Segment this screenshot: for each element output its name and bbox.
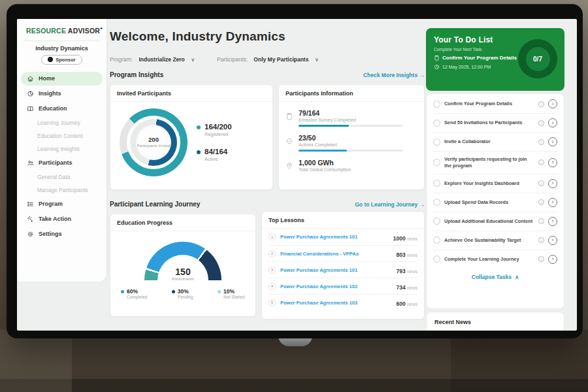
chevron-right-button[interactable]: › (548, 118, 557, 127)
task-checkbox[interactable] (433, 199, 440, 206)
lesson-row: 4 Power Purchase Agreements 102 734views (269, 278, 417, 294)
sidebar-item-label: Home (39, 75, 55, 82)
task-checkbox[interactable] (433, 237, 440, 244)
task-label: Upload Spend Data Records (444, 199, 534, 206)
participants-filter-label: Participants: (217, 56, 248, 63)
legend-dot (197, 125, 201, 129)
sidebar-item-manage-participants[interactable]: Manage Participants (17, 184, 106, 197)
task-checkbox[interactable] (433, 159, 440, 166)
sidebar-item-home[interactable]: Home (21, 72, 103, 86)
lesson-link[interactable]: Financial Considerations - VPPAs (280, 251, 392, 257)
lesson-views: 1000 (393, 235, 406, 242)
sidebar-item-label: Manage Participants (37, 187, 88, 193)
todo-next-task-label: Confirm Your Program Details (442, 55, 517, 61)
sidebar-item-settings[interactable]: Settings (21, 227, 103, 241)
task-row: Achieve One Sustainability Target i › (433, 231, 557, 250)
task-checkbox[interactable] (433, 255, 440, 263)
task-row: Verify participants requesting to join t… (433, 152, 557, 174)
legend-label: Pending (178, 295, 193, 299)
info-icon[interactable]: i (538, 199, 544, 205)
sidebar-item-insights[interactable]: Insights (21, 87, 103, 101)
legend-item-not-started: 10% Not Started (218, 288, 245, 299)
sidebar-item-program[interactable]: Program (21, 197, 103, 211)
progress-fill (299, 150, 347, 152)
sidebar-item-label: Take Action (39, 216, 71, 222)
sidebar-item-general-data[interactable]: General Data (17, 171, 106, 184)
task-checkbox[interactable] (433, 218, 440, 225)
invited-donut-chart: 200 Participants Invited (120, 108, 188, 176)
chevron-right-button[interactable]: › (548, 198, 557, 207)
legend-dot (121, 290, 124, 293)
info-icon[interactable]: i (538, 101, 544, 107)
task-checkbox[interactable] (433, 120, 440, 127)
chevron-right-button[interactable]: › (548, 255, 557, 264)
clipboard-icon (434, 55, 440, 61)
go-to-learning-journey-link[interactable]: Go to Learning Journey → (355, 201, 425, 208)
program-filter[interactable]: Program: Industrialize Zero ∨ (110, 52, 195, 64)
actions-icon (286, 137, 293, 145)
lesson-link[interactable]: Power Purchase Agreements 101 (280, 267, 392, 273)
task-checkbox[interactable] (433, 180, 440, 187)
chevron-right-button[interactable]: › (548, 137, 557, 146)
sidebar-item-education[interactable]: Education (21, 102, 103, 116)
task-checkbox[interactable] (433, 139, 440, 146)
legend-label: Active (204, 156, 227, 162)
lesson-link[interactable]: Power Purchase Agreements 101 (280, 234, 389, 240)
task-label: Confirm Your Program Details (444, 101, 534, 107)
legend-item-active: 84/164 Active (197, 148, 232, 162)
info-icon[interactable]: i (538, 180, 544, 186)
task-label: Upload Additional Educational Content (444, 218, 534, 225)
chevron-right-button[interactable]: › (548, 217, 557, 226)
sidebar-item-learning-journey[interactable]: Learning Journey (17, 116, 106, 129)
task-label: Verify participants requesting to join t… (444, 156, 534, 169)
collapse-tasks-link[interactable]: Collapse Tasks ∧ (433, 269, 557, 284)
recent-news-card: Recent News (426, 312, 564, 331)
info-icon[interactable]: i (538, 256, 544, 262)
task-row: Upload Additional Educational Content i … (433, 212, 557, 231)
info-row-actions: 23/50 Actions Completed (286, 131, 416, 155)
sponsor-badge: Sponsor (41, 55, 82, 65)
survey-icon (286, 112, 293, 120)
invited-legend: 164/200 Registered 84/164 Active (197, 123, 232, 162)
sidebar-item-learning-insights[interactable]: Learning Insights (17, 142, 106, 155)
info-icon[interactable]: i (538, 237, 544, 243)
info-icon[interactable]: i (538, 159, 544, 165)
chevron-right-button[interactable]: › (548, 158, 557, 167)
sidebar-item-label: Settings (39, 231, 62, 237)
task-row: Invite a Collaborator i › (433, 133, 557, 152)
sidebar-item-label: Insights (39, 90, 61, 97)
task-row: Complete Your Learning Journey i › (433, 250, 557, 269)
learning-journey-header: Participant Learning Journey Go to Learn… (110, 201, 425, 208)
info-value: 79/164 (299, 109, 416, 117)
info-icon[interactable]: i (538, 120, 544, 126)
lesson-row: 2 Financial Considerations - VPPAs 803vi… (269, 245, 417, 261)
sidebar-item-label: Learning Journey (37, 120, 80, 126)
chevron-right-button[interactable]: › (548, 179, 557, 188)
lesson-row: 5 Power Purchase Agreements 103 600views (269, 294, 417, 310)
chevron-right-button[interactable]: › (548, 99, 557, 108)
lesson-link[interactable]: Power Purchase Agreements 103 (280, 300, 392, 306)
todo-counter: 0/7 (526, 47, 550, 71)
info-icon[interactable]: i (538, 218, 544, 224)
task-checkbox[interactable] (433, 101, 440, 108)
lesson-views: 803 (397, 252, 406, 258)
todo-progress-ring: 0/7 (518, 39, 557, 78)
check-more-insights-link[interactable]: Check More Insights → (363, 72, 425, 78)
info-value: 1,000 GWh (299, 159, 416, 167)
gauge-center: 150 Participants (144, 267, 221, 280)
task-row: Confirm Your Program Details i › (433, 95, 557, 114)
lesson-link[interactable]: Power Purchase Agreements 102 (280, 284, 392, 289)
lesson-views-label: views (407, 302, 417, 306)
logo-plus: + (100, 26, 103, 31)
legend-value: 60% (127, 288, 147, 295)
sidebar-item-label: Education (39, 105, 67, 112)
sidebar-item-education-content[interactable]: Education Content (17, 129, 106, 142)
info-icon[interactable]: i (538, 139, 544, 145)
sidebar-item-participants[interactable]: Participants (21, 156, 103, 170)
background-wall (0, 330, 72, 392)
chevron-right-button[interactable]: › (548, 236, 557, 245)
legend-dot (218, 290, 221, 293)
participants-filter[interactable]: Participants: Only My Participants ∨ (217, 52, 319, 64)
sidebar-item-take-action[interactable]: Take Action (21, 212, 103, 226)
arrow-right-icon: → (419, 201, 425, 208)
